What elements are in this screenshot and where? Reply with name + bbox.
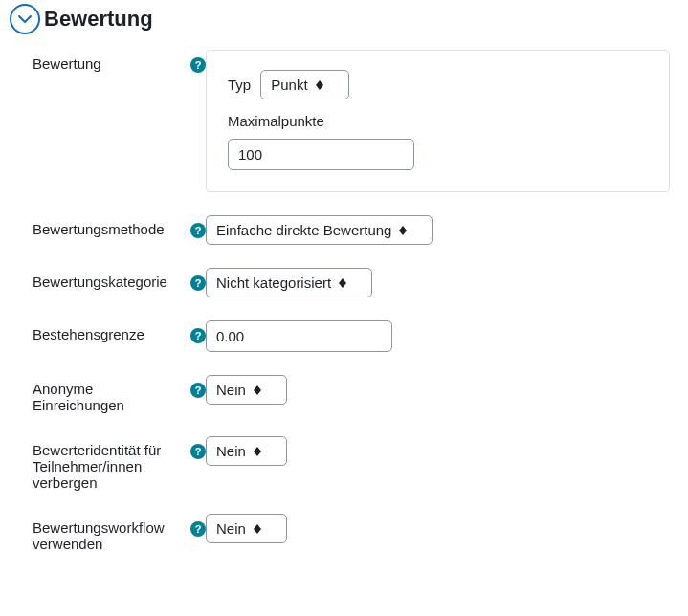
category-select[interactable]: Nicht kategorisiert bbox=[206, 268, 372, 297]
section-title: Bewertung bbox=[44, 7, 153, 32]
help-icon[interactable]: ? bbox=[190, 57, 206, 73]
label-workflow: Bewertungsworkflow verwenden bbox=[33, 519, 176, 552]
workflow-select[interactable]: Nein bbox=[206, 514, 287, 543]
row-category: Bewertungskategorie ? Nicht kategorisier… bbox=[10, 268, 678, 297]
help-icon[interactable]: ? bbox=[190, 328, 206, 343]
label-grade: Bewertung bbox=[33, 55, 101, 72]
row-passgrade: Bestehensgrenze ? bbox=[10, 320, 678, 352]
chevron-down-icon bbox=[18, 14, 32, 24]
grade-type-value: Punkt bbox=[271, 77, 307, 93]
method-select[interactable]: Einfache direkte Bewertung bbox=[206, 215, 433, 245]
collapse-toggle[interactable] bbox=[10, 4, 40, 34]
hideident-select[interactable]: Nein bbox=[206, 436, 287, 466]
row-anon: Anonyme Einreichungen ? Nein bbox=[10, 375, 678, 413]
updown-caret-icon bbox=[254, 447, 261, 456]
passgrade-input[interactable] bbox=[206, 320, 392, 352]
help-icon[interactable]: ? bbox=[190, 275, 206, 291]
label-anon: Anonyme Einreichungen bbox=[33, 381, 157, 413]
label-hideident: Bewerteridentität für Teilnehmer/innen v… bbox=[33, 442, 176, 491]
help-icon[interactable]: ? bbox=[190, 383, 206, 398]
updown-caret-icon bbox=[316, 80, 323, 90]
updown-caret-icon bbox=[254, 524, 261, 534]
row-workflow: Bewertungsworkflow verwenden ? Nein bbox=[10, 514, 678, 552]
label-category: Bewertungskategorie bbox=[33, 274, 167, 290]
label-passgrade: Bestehensgrenze bbox=[33, 326, 144, 342]
anon-value: Nein bbox=[216, 382, 246, 398]
updown-caret-icon bbox=[254, 385, 261, 395]
grade-fieldset: Typ Punkt Maximalpunkte bbox=[206, 50, 670, 192]
workflow-value: Nein bbox=[216, 520, 246, 537]
grade-max-label: Maximalpunkte bbox=[228, 113, 648, 129]
updown-caret-icon bbox=[399, 226, 407, 235]
help-icon[interactable]: ? bbox=[190, 444, 206, 459]
hideident-value: Nein bbox=[216, 443, 246, 459]
label-method: Bewertungsmethode bbox=[33, 221, 165, 237]
row-grade: Bewertung ? Typ Punkt Maximalpunkte bbox=[10, 50, 678, 192]
grade-max-input[interactable] bbox=[228, 139, 414, 170]
help-icon[interactable]: ? bbox=[190, 521, 206, 537]
category-value: Nicht kategorisiert bbox=[216, 275, 331, 291]
anon-select[interactable]: Nein bbox=[206, 375, 287, 405]
grade-type-label: Typ bbox=[228, 77, 251, 93]
row-method: Bewertungsmethode ? Einfache direkte Bew… bbox=[10, 215, 678, 245]
row-hideident: Bewerteridentität für Teilnehmer/innen v… bbox=[10, 436, 678, 491]
updown-caret-icon bbox=[339, 278, 346, 288]
method-value: Einfache direkte Bewertung bbox=[216, 222, 391, 238]
grade-type-select[interactable]: Punkt bbox=[260, 70, 348, 99]
section-header: Bewertung bbox=[10, 4, 678, 34]
help-icon[interactable]: ? bbox=[190, 223, 206, 238]
